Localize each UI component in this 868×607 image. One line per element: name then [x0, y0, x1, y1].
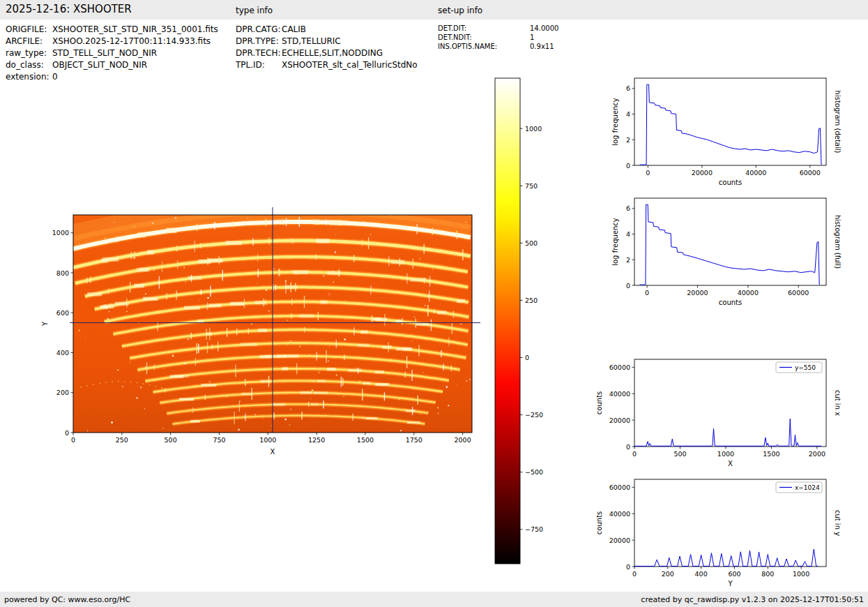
- hot-pixel: [422, 372, 424, 373]
- x-tick-label: 0: [632, 450, 637, 458]
- hot-pixel: [257, 283, 257, 283]
- x-tick-label: 2000: [455, 436, 471, 444]
- cut-in-y-plot: 020040060080010000200004000060000Ycounts…: [595, 479, 842, 587]
- x-tick-label: 1000: [717, 450, 734, 458]
- hot-pixel: [133, 257, 135, 259]
- metadata-row: ARCFILE:XSHOO.2025-12-17T00:11:14.933.fi…: [6, 36, 218, 47]
- metadata-row: ORIGFILE:XSHOOTER_SLT_STD_NIR_351_0001.f…: [6, 24, 218, 36]
- hot-pixel: [446, 386, 448, 388]
- hot-pixel: [425, 305, 426, 306]
- hot-pixel: [183, 267, 185, 269]
- x-tick-label: 500: [165, 436, 177, 444]
- hot-pixel: [309, 354, 310, 355]
- y-tick-label: 800: [56, 269, 69, 277]
- hot-pixel: [105, 237, 106, 239]
- metadata-value: 0: [52, 72, 58, 82]
- metadata-row: raw_type:STD_TELL_SLIT_NOD_NIR: [6, 47, 218, 59]
- metadata-key: DPR.TYPE:: [236, 36, 282, 47]
- metadata-value: STD_TELL_SLIT_NOD_NIR: [52, 48, 157, 58]
- faint-trail-dot: [93, 384, 94, 385]
- hot-pixel: [343, 396, 344, 397]
- x-tick-label: 1000: [259, 436, 276, 444]
- x-tick-label: 1500: [763, 450, 779, 458]
- x-tick-label: 20000: [687, 289, 708, 297]
- footer-created-by: created by qc_rawdisp.py v1.2.3 on 2025-…: [641, 595, 864, 604]
- hot-pixel: [208, 381, 210, 382]
- metadata-row: INS.OPTI5.NAME:0.9x11: [438, 42, 558, 51]
- y-tick-label: 2: [626, 256, 630, 264]
- y-tick-label: 20000: [609, 417, 630, 424]
- hot-pixel: [162, 428, 163, 428]
- y-tick-label: 6: [626, 84, 630, 92]
- hot-pixel: [284, 419, 287, 421]
- x-axis-label: counts: [719, 179, 742, 186]
- x-tick-label: 40000: [745, 169, 766, 177]
- hot-pixel: [356, 368, 356, 368]
- hot-pixel: [414, 316, 415, 317]
- hot-pixel: [318, 307, 319, 308]
- hot-pixel: [85, 338, 86, 339]
- hot-pixel: [335, 234, 336, 235]
- hot-pixel: [122, 386, 123, 387]
- colorbar-tick-label: 0: [525, 354, 529, 361]
- hot-pixel: [266, 289, 268, 291]
- y-tick-label: 0: [626, 563, 630, 571]
- y-axis-label: counts: [595, 511, 603, 534]
- faint-trail-dot: [112, 381, 113, 382]
- hot-pixel: [370, 234, 372, 235]
- metadata-value: 14.0000: [530, 24, 558, 32]
- metadata-key: extension:: [6, 71, 52, 83]
- hot-pixel: [323, 275, 324, 276]
- hot-pixel: [176, 293, 177, 294]
- hot-pixel: [145, 293, 146, 294]
- type-info-block: DPR.CATG:CALIBDPR.TYPE:STD,TELLURICDPR.T…: [236, 24, 418, 71]
- x-tick-label: 0: [645, 289, 649, 297]
- hot-pixel: [257, 237, 257, 238]
- faint-trail-dot: [105, 382, 107, 383]
- type-info-heading: type info: [236, 6, 273, 15]
- hot-pixel: [331, 287, 333, 288]
- metadata-row: DPR.CATG:CALIB: [236, 24, 418, 36]
- hot-pixel: [188, 338, 190, 340]
- hot-pixel: [169, 248, 171, 250]
- y-axis-label: counts: [595, 391, 603, 414]
- hot-pixel: [114, 222, 115, 223]
- y-tick-label: 0: [626, 443, 630, 451]
- hot-pixel: [285, 280, 287, 281]
- faint-trail-dot: [80, 387, 82, 388]
- hot-pixel: [162, 388, 163, 389]
- hot-pixel: [313, 380, 314, 382]
- hot-pixel: [268, 310, 270, 312]
- metadata-key: DPR.TECH:: [236, 47, 282, 59]
- hot-pixel: [152, 223, 153, 224]
- hot-pixel: [144, 408, 145, 409]
- colorbar-tick-label: 1000: [525, 125, 542, 133]
- legend-label: x=1024: [795, 484, 820, 491]
- hot-pixel: [344, 338, 346, 340]
- hot-pixel: [240, 400, 241, 402]
- metadata-key: DPR.CATG:: [236, 24, 282, 36]
- hot-pixel: [262, 418, 263, 419]
- panel-side-label: cut in x: [834, 390, 842, 416]
- colorbar-tick-label: 250: [525, 297, 538, 304]
- hot-pixel: [321, 339, 321, 340]
- hot-pixel: [465, 221, 466, 223]
- metadata-row: DPR.TECH:ECHELLE,SLIT,NODDING: [236, 47, 418, 59]
- y-tick-label: 40000: [609, 390, 630, 398]
- metadata-key: INS.OPTI5.NAME:: [438, 42, 530, 51]
- hot-pixel: [299, 346, 300, 347]
- x-tick-label: 0: [646, 169, 650, 177]
- metadata-value: XSHOOTER_slt_cal_TelluricStdNo: [282, 60, 418, 70]
- metadata-value: XSHOO.2025-12-17T00:11:14.933.fits: [52, 36, 211, 46]
- hot-pixel: [420, 414, 421, 414]
- main-image-plot: 0250500750100012501500175020000200400600…: [41, 206, 480, 456]
- hot-pixel: [359, 380, 361, 382]
- hot-pixel: [390, 359, 392, 360]
- metadata-value: XSHOOTER_SLT_STD_NIR_351_0001.fits: [52, 24, 218, 34]
- hot-pixel: [329, 346, 330, 347]
- faint-trail-dot: [155, 386, 157, 387]
- hot-pixel: [145, 367, 146, 368]
- hot-pixel: [437, 407, 439, 408]
- x-tick-label: 200: [662, 570, 674, 578]
- hot-pixel: [163, 368, 164, 369]
